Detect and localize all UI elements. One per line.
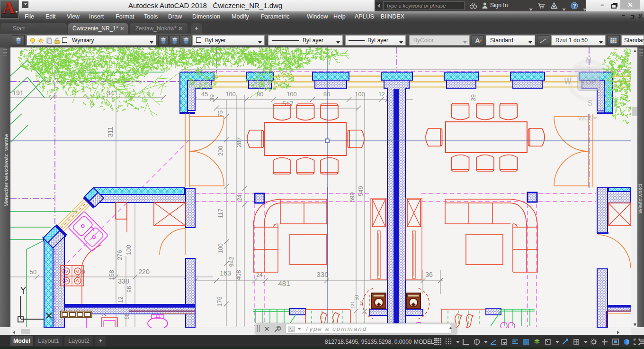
svg-text:200: 200 <box>217 146 224 156</box>
svg-text:942: 942 <box>228 257 235 267</box>
svg-text:N: N <box>586 56 591 64</box>
svg-text:163: 163 <box>220 269 231 277</box>
svg-text:50: 50 <box>354 295 359 301</box>
svg-text:A: A <box>475 37 480 45</box>
svg-text:?: ? <box>573 3 576 9</box>
svg-text:117: 117 <box>217 209 224 219</box>
svg-text:100: 100 <box>286 91 297 98</box>
svg-text:338: 338 <box>118 277 129 285</box>
svg-text:S: S <box>588 99 593 107</box>
svg-text:75: 75 <box>217 110 224 117</box>
svg-text:330: 330 <box>316 270 328 278</box>
svg-text:131: 131 <box>350 301 355 308</box>
svg-text:24: 24 <box>236 194 243 201</box>
svg-text:100: 100 <box>125 245 132 255</box>
svg-text:36: 36 <box>425 271 433 278</box>
svg-text:481: 481 <box>278 279 290 287</box>
svg-text:80: 80 <box>323 91 330 98</box>
svg-text:311: 311 <box>107 127 114 138</box>
svg-text:WCS: WCS <box>578 114 594 122</box>
svg-text:12: 12 <box>378 91 385 98</box>
svg-text:W: W <box>564 77 572 85</box>
svg-text:191: 191 <box>12 89 24 97</box>
svg-text:100: 100 <box>217 243 224 254</box>
svg-text:TOP: TOP <box>581 78 596 86</box>
svg-text:220: 220 <box>138 268 150 276</box>
svg-text:276: 276 <box>116 250 123 260</box>
svg-text:24: 24 <box>256 272 263 278</box>
svg-text:408: 408 <box>235 270 242 280</box>
svg-text:50: 50 <box>30 268 36 276</box>
svg-text:45: 45 <box>201 91 208 98</box>
svg-text:341: 341 <box>107 89 118 97</box>
svg-text:176: 176 <box>216 296 223 307</box>
svg-text:100: 100 <box>225 91 236 98</box>
svg-text:39: 39 <box>470 94 477 101</box>
svg-text:39: 39 <box>208 94 215 101</box>
svg-text:12: 12 <box>359 301 364 306</box>
svg-text:12: 12 <box>117 296 124 303</box>
svg-text:96: 96 <box>126 286 133 293</box>
svg-text:549: 549 <box>357 186 364 196</box>
svg-text:287: 287 <box>235 137 242 147</box>
